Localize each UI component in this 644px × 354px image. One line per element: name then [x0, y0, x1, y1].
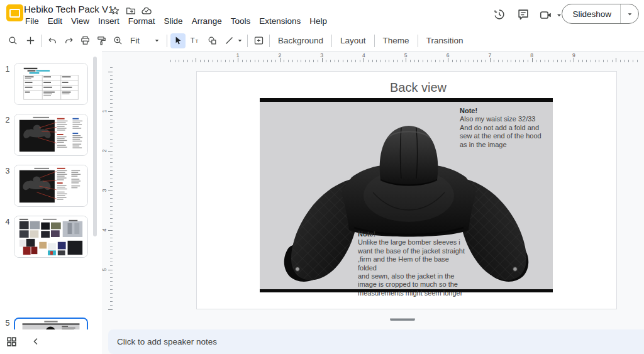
- slide-number: 1: [3, 65, 13, 74]
- transition-button[interactable]: Transition: [421, 33, 469, 48]
- line-tool-button[interactable]: [221, 33, 236, 48]
- slide-shape: [9, 9, 20, 18]
- filmstrip-scrollbar[interactable]: [93, 57, 97, 236]
- thumbnail-sketch: [14, 216, 87, 257]
- note-bottom-textbox[interactable]: Note! Unlike the large bomber sleeves i …: [358, 230, 468, 297]
- menu-view[interactable]: View: [67, 15, 94, 27]
- comments-icon[interactable]: [516, 8, 530, 21]
- note-heading: Note!: [358, 230, 468, 238]
- svg-text:T: T: [195, 38, 198, 44]
- note-line: image is cropped to much so the: [358, 280, 468, 289]
- note-line: measurements might seem longer: [358, 289, 468, 297]
- horizontal-ruler: 123456789: [102, 52, 644, 64]
- paint-format-button[interactable]: [94, 33, 109, 48]
- slide-thumbnail-1[interactable]: [14, 63, 88, 105]
- menu-extensions[interactable]: Extensions: [255, 15, 305, 27]
- meet-camera-icon[interactable]: [539, 8, 553, 22]
- menu-help[interactable]: Help: [305, 15, 331, 27]
- slide-thumbnail-3[interactable]: [14, 165, 88, 207]
- grid-view-icon[interactable]: [6, 336, 18, 348]
- menu-file[interactable]: File: [21, 15, 43, 27]
- notes-resize-handle[interactable]: [390, 318, 415, 321]
- search-menus-button[interactable]: [5, 33, 20, 48]
- select-tool-button[interactable]: [170, 33, 186, 48]
- note-line: Unlike the large bomber sleeves i: [358, 238, 468, 246]
- jacket-back-image[interactable]: Note! Also my waist size 32/33 And do no…: [260, 98, 553, 292]
- slideshow-button-group: Slideshow: [562, 4, 639, 24]
- note-line: Also my waist size 32/33: [460, 115, 551, 123]
- slide-thumbnail-2[interactable]: [14, 114, 88, 156]
- slide-thumbnail-5-selected[interactable]: [14, 318, 88, 329]
- slide-number: 3: [3, 167, 13, 175]
- note-top-textbox[interactable]: Note! Also my waist size 32/33 And do no…: [460, 107, 551, 149]
- thumbnail-sketch: [14, 64, 87, 104]
- zoom-value: Fit: [130, 36, 140, 45]
- menu-edit[interactable]: Edit: [43, 15, 67, 27]
- filmstrip: 1 2: [0, 51, 102, 329]
- thumbnail-sketch: [14, 165, 87, 206]
- note-line: sew at the end of the hood: [460, 132, 551, 140]
- slide-thumbnail-4[interactable]: [14, 216, 88, 258]
- canvas: 123456789 12345 Back view: [102, 51, 644, 329]
- slideshow-dropdown-button[interactable]: [621, 11, 638, 18]
- chevron-down-icon: [626, 11, 633, 18]
- note-line: and sewn, also the jacket in the: [358, 272, 468, 280]
- note-line: want the base of the jacket straight: [358, 247, 468, 255]
- shapes-tool-button[interactable]: [204, 33, 219, 48]
- new-slide-button[interactable]: [23, 33, 38, 48]
- collapse-filmstrip-icon[interactable]: [30, 336, 42, 347]
- background-button[interactable]: Background: [273, 33, 328, 48]
- print-button[interactable]: [77, 33, 92, 48]
- slide-number: 4: [3, 218, 13, 226]
- line-tool-caret-icon[interactable]: [236, 37, 243, 44]
- undo-button[interactable]: [45, 33, 60, 48]
- slide-number: 5: [3, 319, 13, 328]
- slideshow-button[interactable]: Slideshow: [562, 9, 620, 19]
- zoom-select[interactable]: Fit: [125, 36, 160, 45]
- menu-tools[interactable]: Tools: [226, 15, 255, 27]
- bottom-bar: Click to add speaker notes: [0, 329, 644, 354]
- note-line: as in the image: [460, 141, 551, 149]
- layout-button[interactable]: Layout: [335, 33, 371, 48]
- note-line: ,firm and the Hem of the base folded: [358, 255, 468, 272]
- note-heading: Note!: [460, 107, 551, 115]
- thumbnail-sketch: [14, 114, 87, 155]
- menu-format[interactable]: Format: [124, 15, 160, 27]
- menu-slide[interactable]: Slide: [160, 15, 187, 27]
- zoom-icon[interactable]: [110, 33, 125, 48]
- insert-textbox-button[interactable]: [251, 33, 266, 48]
- slide-title-textbox[interactable]: Back view: [374, 80, 462, 95]
- speaker-notes-panel[interactable]: Click to add speaker notes: [108, 329, 644, 354]
- speaker-notes-placeholder[interactable]: Click to add speaker notes: [108, 337, 217, 346]
- chevron-down-icon: [153, 37, 160, 44]
- slide-number: 2: [3, 116, 13, 124]
- menubar: File Edit View Insert Format Slide Arran…: [21, 15, 331, 27]
- vertical-ruler: 12345: [102, 52, 114, 329]
- menu-arrange[interactable]: Arrange: [187, 15, 226, 27]
- svg-text:T: T: [190, 36, 194, 44]
- version-history-icon[interactable]: [492, 8, 506, 21]
- google-slides-app: Hebiko Tech Pack V1 File Edit View Inser…: [0, 0, 644, 354]
- toolbar: Fit TT Background Layout Theme Transitio…: [0, 30, 644, 51]
- document-title[interactable]: Hebiko Tech Pack V1: [24, 4, 113, 14]
- menu-insert[interactable]: Insert: [94, 15, 124, 27]
- note-line: And do not add a fold and: [460, 124, 551, 132]
- text-box-tool-button[interactable]: TT: [187, 33, 203, 48]
- thumbnail-sketch: [15, 319, 87, 329]
- theme-button[interactable]: Theme: [378, 33, 414, 48]
- header: Hebiko Tech Pack V1 File Edit View Inser…: [0, 0, 644, 30]
- redo-button[interactable]: [61, 33, 76, 48]
